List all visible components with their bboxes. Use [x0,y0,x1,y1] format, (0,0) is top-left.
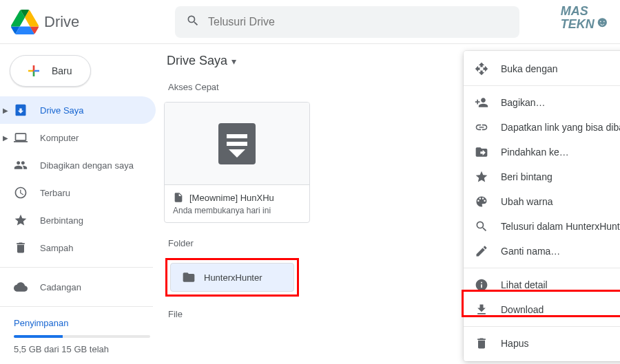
menu-share[interactable]: Bagikan… [464,90,620,115]
main-content: Drive Saya ▾ Akses Cepat [Meownime] HunX… [164,44,620,364]
folder-name: HunterxHunter [204,272,262,283]
person-add-icon [475,96,488,109]
recent-icon [14,186,28,200]
card-subtitle: Anda membukanya hari ini [173,206,301,215]
storage-section[interactable]: Penyimpanan 5,5 GB dari 15 GB telah [0,312,164,361]
quick-card[interactable]: [Meownime] HunXHu Anda membukanya hari i… [164,102,310,223]
nav-label: Komputer [40,133,79,143]
menu-divider [464,85,620,86]
new-label: Baru [52,65,72,76]
storage-text: 5,5 GB dari 15 GB telah [14,343,150,356]
header: Drive MASTEKN☻ [0,0,620,44]
file-icon [173,192,184,203]
link-icon [475,120,488,134]
cloud-icon [14,280,28,294]
trash-icon [475,336,488,350]
menu-divider [464,268,620,268]
nav-recent[interactable]: Terbaru [0,179,156,206]
menu-delete[interactable]: Hapus [464,331,620,356]
caret-icon: ▶ [3,134,8,142]
breadcrumb-label: Drive Saya [167,54,227,68]
nav-label: Sampah [40,243,73,253]
logo-area[interactable]: Drive [11,8,175,36]
search-icon [186,14,200,30]
computer-icon [14,131,28,144]
nav-starred[interactable]: Berbintang [0,206,156,234]
dropdown-caret-icon: ▾ [231,56,236,67]
search-bar[interactable] [175,6,519,38]
highlight-box: HunterxHunter [165,258,299,297]
trash-icon [14,241,28,255]
storage-bar [14,335,150,338]
plus-icon [25,63,42,79]
edit-icon [475,244,488,258]
nav-label: Terbaru [40,188,70,198]
divider [0,306,153,307]
nav-shared[interactable]: Dibagikan dengan saya [0,151,156,179]
star-icon [14,213,28,227]
menu-get-link[interactable]: Dapatkan link yang bisa dibagikan [464,115,620,140]
move-folder-icon [475,145,488,159]
nav-label: Drive Saya [40,105,84,116]
star-icon [475,170,488,184]
new-button[interactable]: Baru [10,55,91,87]
nav-computers[interactable]: ▶ Komputer [0,124,156,151]
menu-download[interactable]: Download [464,297,620,322]
folder-icon [182,270,196,284]
menu-star[interactable]: Beri bintang [464,164,620,189]
shared-icon [14,158,28,172]
menu-search-in[interactable]: Telusuri dalam HunterxHunter [464,214,620,239]
download-icon [475,303,488,317]
caret-icon: ▶ [3,107,8,114]
nav-label: Cadangan [40,282,81,292]
menu-divider [464,326,620,327]
search-icon [475,220,488,233]
drive-icon [14,103,28,117]
storage-title: Penyimpanan [14,318,150,328]
folder-chip[interactable]: HunterxHunter [170,263,294,292]
watermark-logo: MASTEKN☻ [561,6,610,30]
menu-color[interactable]: Ubah warna▸ [464,189,620,214]
open-with-icon [475,62,488,76]
drive-logo-icon [11,8,39,36]
nav-label: Berbintang [40,215,83,226]
card-thumbnail [165,103,309,185]
menu-move[interactable]: Pindahkan ke… [464,140,620,164]
nav-backups[interactable]: Cadangan [0,273,156,301]
app-name: Drive [44,13,79,31]
nav-trash[interactable]: Sampah [0,234,156,261]
menu-rename[interactable]: Ganti nama… [464,239,620,264]
nav-label: Dibagikan dengan saya [40,160,134,171]
context-menu: Buka dengan▸ Bagikan… Dapatkan link yang… [464,51,620,361]
menu-open-with[interactable]: Buka dengan▸ [464,56,620,81]
nav-my-drive[interactable]: ▶ Drive Saya [0,96,156,124]
palette-icon [475,195,488,208]
card-title: [Meownime] HunXHu [173,192,301,203]
sidebar: Baru ▶ Drive Saya ▶ Komputer Dibagikan d… [0,44,164,364]
info-icon [475,278,488,292]
divider [0,267,153,268]
search-input[interactable] [208,16,508,28]
menu-details[interactable]: Lihat detail [464,272,620,297]
